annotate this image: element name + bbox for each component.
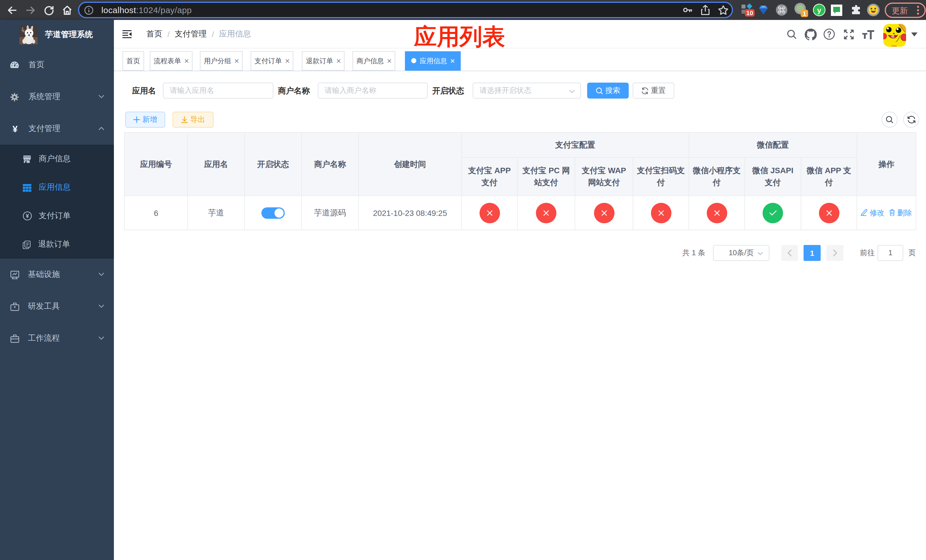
svg-text:¥: ¥ [12, 124, 18, 133]
svg-text:更新: 更新 [891, 6, 908, 15]
svg-text:¥: ¥ [26, 213, 29, 219]
svg-text:10: 10 [746, 9, 753, 16]
svg-text:y: y [817, 6, 822, 15]
svg-text:1: 1 [803, 10, 806, 17]
